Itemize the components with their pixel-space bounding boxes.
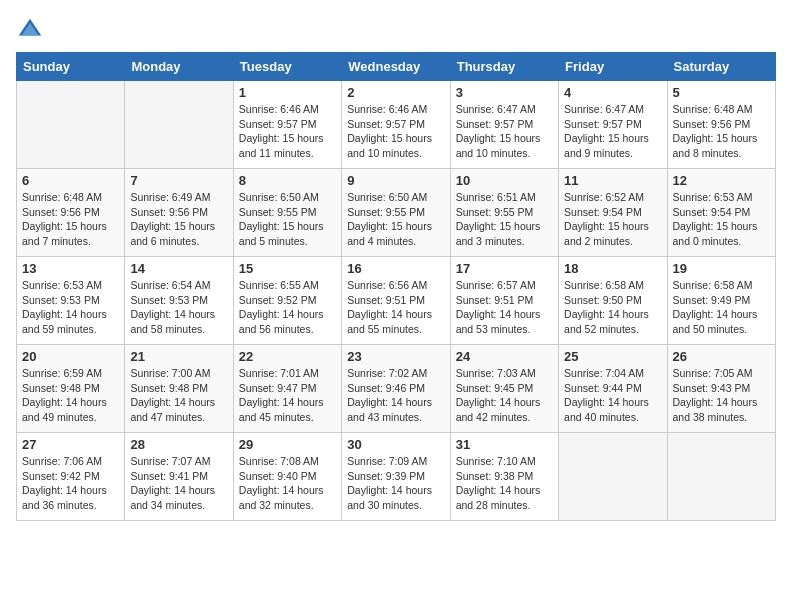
day-number: 17 bbox=[456, 261, 553, 276]
day-info: Sunrise: 6:57 AMSunset: 9:51 PMDaylight:… bbox=[456, 278, 553, 337]
calendar-cell: 21Sunrise: 7:00 AMSunset: 9:48 PMDayligh… bbox=[125, 345, 233, 433]
calendar-cell: 30Sunrise: 7:09 AMSunset: 9:39 PMDayligh… bbox=[342, 433, 450, 521]
calendar-cell: 18Sunrise: 6:58 AMSunset: 9:50 PMDayligh… bbox=[559, 257, 667, 345]
calendar-cell: 13Sunrise: 6:53 AMSunset: 9:53 PMDayligh… bbox=[17, 257, 125, 345]
day-info: Sunrise: 6:55 AMSunset: 9:52 PMDaylight:… bbox=[239, 278, 336, 337]
calendar-cell: 2Sunrise: 6:46 AMSunset: 9:57 PMDaylight… bbox=[342, 81, 450, 169]
calendar-cell: 5Sunrise: 6:48 AMSunset: 9:56 PMDaylight… bbox=[667, 81, 775, 169]
page-header bbox=[16, 16, 776, 44]
calendar-cell: 9Sunrise: 6:50 AMSunset: 9:55 PMDaylight… bbox=[342, 169, 450, 257]
weekday-header-wednesday: Wednesday bbox=[342, 53, 450, 81]
day-info: Sunrise: 7:08 AMSunset: 9:40 PMDaylight:… bbox=[239, 454, 336, 513]
day-info: Sunrise: 7:00 AMSunset: 9:48 PMDaylight:… bbox=[130, 366, 227, 425]
calendar-cell: 15Sunrise: 6:55 AMSunset: 9:52 PMDayligh… bbox=[233, 257, 341, 345]
calendar-cell: 22Sunrise: 7:01 AMSunset: 9:47 PMDayligh… bbox=[233, 345, 341, 433]
calendar-cell: 31Sunrise: 7:10 AMSunset: 9:38 PMDayligh… bbox=[450, 433, 558, 521]
calendar-cell: 20Sunrise: 6:59 AMSunset: 9:48 PMDayligh… bbox=[17, 345, 125, 433]
day-number: 13 bbox=[22, 261, 119, 276]
calendar-cell: 23Sunrise: 7:02 AMSunset: 9:46 PMDayligh… bbox=[342, 345, 450, 433]
day-number: 31 bbox=[456, 437, 553, 452]
logo-icon bbox=[16, 16, 44, 44]
day-number: 4 bbox=[564, 85, 661, 100]
day-number: 3 bbox=[456, 85, 553, 100]
day-info: Sunrise: 7:05 AMSunset: 9:43 PMDaylight:… bbox=[673, 366, 770, 425]
calendar-cell bbox=[667, 433, 775, 521]
day-number: 30 bbox=[347, 437, 444, 452]
calendar-cell: 28Sunrise: 7:07 AMSunset: 9:41 PMDayligh… bbox=[125, 433, 233, 521]
calendar-cell: 6Sunrise: 6:48 AMSunset: 9:56 PMDaylight… bbox=[17, 169, 125, 257]
day-info: Sunrise: 7:06 AMSunset: 9:42 PMDaylight:… bbox=[22, 454, 119, 513]
logo bbox=[16, 16, 48, 44]
calendar-cell bbox=[17, 81, 125, 169]
calendar-cell: 29Sunrise: 7:08 AMSunset: 9:40 PMDayligh… bbox=[233, 433, 341, 521]
day-info: Sunrise: 7:09 AMSunset: 9:39 PMDaylight:… bbox=[347, 454, 444, 513]
day-info: Sunrise: 6:49 AMSunset: 9:56 PMDaylight:… bbox=[130, 190, 227, 249]
calendar-cell: 14Sunrise: 6:54 AMSunset: 9:53 PMDayligh… bbox=[125, 257, 233, 345]
calendar-cell: 4Sunrise: 6:47 AMSunset: 9:57 PMDaylight… bbox=[559, 81, 667, 169]
day-info: Sunrise: 6:53 AMSunset: 9:54 PMDaylight:… bbox=[673, 190, 770, 249]
day-info: Sunrise: 6:56 AMSunset: 9:51 PMDaylight:… bbox=[347, 278, 444, 337]
day-info: Sunrise: 6:48 AMSunset: 9:56 PMDaylight:… bbox=[22, 190, 119, 249]
day-number: 20 bbox=[22, 349, 119, 364]
calendar-cell: 24Sunrise: 7:03 AMSunset: 9:45 PMDayligh… bbox=[450, 345, 558, 433]
day-info: Sunrise: 6:47 AMSunset: 9:57 PMDaylight:… bbox=[564, 102, 661, 161]
day-info: Sunrise: 6:59 AMSunset: 9:48 PMDaylight:… bbox=[22, 366, 119, 425]
day-info: Sunrise: 7:07 AMSunset: 9:41 PMDaylight:… bbox=[130, 454, 227, 513]
day-number: 19 bbox=[673, 261, 770, 276]
calendar-cell: 10Sunrise: 6:51 AMSunset: 9:55 PMDayligh… bbox=[450, 169, 558, 257]
day-number: 5 bbox=[673, 85, 770, 100]
day-info: Sunrise: 7:01 AMSunset: 9:47 PMDaylight:… bbox=[239, 366, 336, 425]
calendar-cell: 1Sunrise: 6:46 AMSunset: 9:57 PMDaylight… bbox=[233, 81, 341, 169]
calendar-cell: 26Sunrise: 7:05 AMSunset: 9:43 PMDayligh… bbox=[667, 345, 775, 433]
day-number: 28 bbox=[130, 437, 227, 452]
day-number: 21 bbox=[130, 349, 227, 364]
day-number: 22 bbox=[239, 349, 336, 364]
day-number: 26 bbox=[673, 349, 770, 364]
calendar-cell: 11Sunrise: 6:52 AMSunset: 9:54 PMDayligh… bbox=[559, 169, 667, 257]
weekday-header-tuesday: Tuesday bbox=[233, 53, 341, 81]
calendar-week-2: 6Sunrise: 6:48 AMSunset: 9:56 PMDaylight… bbox=[17, 169, 776, 257]
calendar-cell bbox=[559, 433, 667, 521]
day-info: Sunrise: 6:52 AMSunset: 9:54 PMDaylight:… bbox=[564, 190, 661, 249]
weekday-header-row: SundayMondayTuesdayWednesdayThursdayFrid… bbox=[17, 53, 776, 81]
day-info: Sunrise: 6:58 AMSunset: 9:49 PMDaylight:… bbox=[673, 278, 770, 337]
day-number: 6 bbox=[22, 173, 119, 188]
day-number: 1 bbox=[239, 85, 336, 100]
day-info: Sunrise: 7:10 AMSunset: 9:38 PMDaylight:… bbox=[456, 454, 553, 513]
day-number: 10 bbox=[456, 173, 553, 188]
day-info: Sunrise: 6:51 AMSunset: 9:55 PMDaylight:… bbox=[456, 190, 553, 249]
calendar-cell: 17Sunrise: 6:57 AMSunset: 9:51 PMDayligh… bbox=[450, 257, 558, 345]
day-number: 9 bbox=[347, 173, 444, 188]
day-info: Sunrise: 6:50 AMSunset: 9:55 PMDaylight:… bbox=[239, 190, 336, 249]
calendar-cell: 12Sunrise: 6:53 AMSunset: 9:54 PMDayligh… bbox=[667, 169, 775, 257]
day-info: Sunrise: 6:46 AMSunset: 9:57 PMDaylight:… bbox=[239, 102, 336, 161]
day-number: 25 bbox=[564, 349, 661, 364]
calendar-cell: 25Sunrise: 7:04 AMSunset: 9:44 PMDayligh… bbox=[559, 345, 667, 433]
day-number: 2 bbox=[347, 85, 444, 100]
day-number: 18 bbox=[564, 261, 661, 276]
calendar-cell: 3Sunrise: 6:47 AMSunset: 9:57 PMDaylight… bbox=[450, 81, 558, 169]
calendar-table: SundayMondayTuesdayWednesdayThursdayFrid… bbox=[16, 52, 776, 521]
day-info: Sunrise: 6:48 AMSunset: 9:56 PMDaylight:… bbox=[673, 102, 770, 161]
day-info: Sunrise: 6:46 AMSunset: 9:57 PMDaylight:… bbox=[347, 102, 444, 161]
weekday-header-sunday: Sunday bbox=[17, 53, 125, 81]
calendar-cell: 19Sunrise: 6:58 AMSunset: 9:49 PMDayligh… bbox=[667, 257, 775, 345]
calendar-week-1: 1Sunrise: 6:46 AMSunset: 9:57 PMDaylight… bbox=[17, 81, 776, 169]
calendar-week-5: 27Sunrise: 7:06 AMSunset: 9:42 PMDayligh… bbox=[17, 433, 776, 521]
day-number: 11 bbox=[564, 173, 661, 188]
day-info: Sunrise: 6:50 AMSunset: 9:55 PMDaylight:… bbox=[347, 190, 444, 249]
day-info: Sunrise: 6:47 AMSunset: 9:57 PMDaylight:… bbox=[456, 102, 553, 161]
day-number: 12 bbox=[673, 173, 770, 188]
calendar-cell: 16Sunrise: 6:56 AMSunset: 9:51 PMDayligh… bbox=[342, 257, 450, 345]
day-number: 8 bbox=[239, 173, 336, 188]
calendar-week-4: 20Sunrise: 6:59 AMSunset: 9:48 PMDayligh… bbox=[17, 345, 776, 433]
calendar-week-3: 13Sunrise: 6:53 AMSunset: 9:53 PMDayligh… bbox=[17, 257, 776, 345]
calendar-cell: 27Sunrise: 7:06 AMSunset: 9:42 PMDayligh… bbox=[17, 433, 125, 521]
day-number: 16 bbox=[347, 261, 444, 276]
calendar-cell: 7Sunrise: 6:49 AMSunset: 9:56 PMDaylight… bbox=[125, 169, 233, 257]
day-number: 7 bbox=[130, 173, 227, 188]
day-info: Sunrise: 6:54 AMSunset: 9:53 PMDaylight:… bbox=[130, 278, 227, 337]
day-info: Sunrise: 6:53 AMSunset: 9:53 PMDaylight:… bbox=[22, 278, 119, 337]
weekday-header-monday: Monday bbox=[125, 53, 233, 81]
calendar-cell: 8Sunrise: 6:50 AMSunset: 9:55 PMDaylight… bbox=[233, 169, 341, 257]
